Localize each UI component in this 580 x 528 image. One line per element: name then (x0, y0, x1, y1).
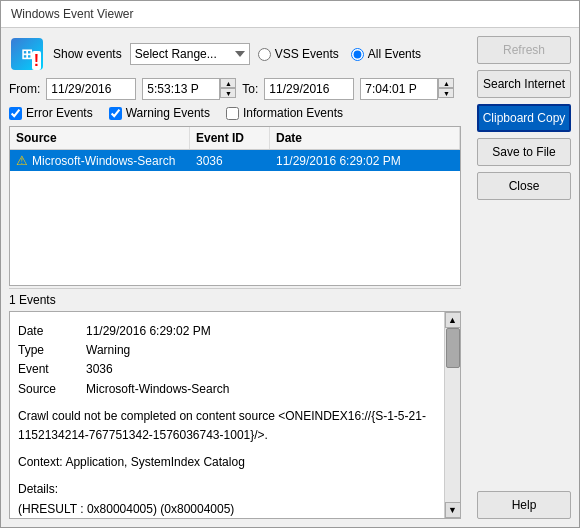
save-to-file-button[interactable]: Save to File (477, 138, 571, 166)
all-events-radio[interactable]: All Events (351, 47, 421, 61)
to-label: To: (242, 82, 258, 96)
detail-scrollbar: ▲ ▼ (444, 312, 460, 518)
warning-events-checkbox[interactable]: Warning Events (109, 106, 210, 120)
checkboxes-row: Error Events Warning Events Information … (9, 106, 461, 120)
detail-type-label: Type (18, 341, 78, 360)
from-label: From: (9, 82, 40, 96)
detail-content: Date 11/29/2016 6:29:02 PM Type Warning … (18, 322, 436, 518)
detail-event-row: Event 3036 (18, 360, 436, 379)
title-bar: Windows Event Viewer (1, 1, 579, 28)
cell-event-id: 3036 (190, 150, 270, 171)
detail-source-label: Source (18, 380, 78, 399)
event-viewer-icon: ⊞ ! (11, 38, 43, 70)
detail-event-label: Event (18, 360, 78, 379)
detail-date-label: Date (18, 322, 78, 341)
events-count: 1 Events (9, 288, 461, 311)
main-window: Windows Event Viewer ⊞ ! Show events Sel… (0, 0, 580, 528)
detail-panel[interactable]: Date 11/29/2016 6:29:02 PM Type Warning … (10, 316, 444, 518)
search-internet-button[interactable]: Search Internet (477, 70, 571, 98)
detail-details-value: (HRESULT : 0x80004005) (0x80004005) (18, 500, 436, 519)
detail-type-value: Warning (86, 341, 130, 360)
main-panel: ⊞ ! Show events Select Range... VSS Even… (1, 28, 469, 527)
scroll-up-arrow[interactable]: ▲ (445, 312, 461, 328)
detail-source-value: Microsoft-Windows-Search (86, 380, 229, 399)
detail-date-row: Date 11/29/2016 6:29:02 PM (18, 322, 436, 341)
from-time-spinner: ▲ ▼ (142, 78, 236, 100)
detail-details-row: Details: (HRESULT : 0x80004005) (0x80004… (18, 480, 436, 518)
table-header: Source Event ID Date (10, 127, 460, 150)
help-button[interactable]: Help (477, 491, 571, 519)
event-table: Source Event ID Date ⚠ Microsoft-Windows… (9, 126, 461, 286)
detail-type-row: Type Warning (18, 341, 436, 360)
detail-message: Crawl could not be completed on content … (18, 407, 436, 445)
warning-icon: ⚠ (16, 153, 28, 168)
error-events-checkbox[interactable]: Error Events (9, 106, 93, 120)
information-events-checkbox[interactable]: Information Events (226, 106, 343, 120)
scroll-down-arrow[interactable]: ▼ (445, 502, 461, 518)
detail-source-row: Source Microsoft-Windows-Search (18, 380, 436, 399)
refresh-button[interactable]: Refresh (477, 36, 571, 64)
select-range-dropdown[interactable]: Select Range... (130, 43, 250, 65)
window-title: Windows Event Viewer (11, 7, 134, 21)
from-time-down[interactable]: ▼ (220, 88, 236, 98)
vss-events-radio[interactable]: VSS Events (258, 47, 339, 61)
from-date-input[interactable] (46, 78, 136, 100)
scroll-track[interactable] (445, 328, 460, 502)
col-date: Date (270, 127, 460, 149)
cell-date: 11/29/2016 6:29:02 PM (270, 150, 460, 171)
detail-details-label: Details: (18, 480, 436, 499)
from-to-row: From: ▲ ▼ To: ▲ ▼ (9, 78, 461, 100)
detail-context-value: Application, SystemIndex Catalog (65, 455, 244, 469)
to-time-input[interactable] (360, 78, 438, 100)
cell-source: ⚠ Microsoft-Windows-Search (10, 150, 190, 171)
close-button[interactable]: Close (477, 172, 571, 200)
to-time-up[interactable]: ▲ (438, 78, 454, 88)
detail-date-value: 11/29/2016 6:29:02 PM (86, 322, 211, 341)
radio-group: VSS Events All Events (258, 47, 421, 61)
show-events-row: ⊞ ! Show events Select Range... VSS Even… (9, 36, 461, 72)
detail-context-label: Context: (18, 455, 63, 469)
detail-event-value: 3036 (86, 360, 113, 379)
to-time-spinner: ▲ ▼ (360, 78, 454, 100)
exclaim-icon: ! (32, 51, 41, 70)
from-time-input[interactable] (142, 78, 220, 100)
to-time-down[interactable]: ▼ (438, 88, 454, 98)
from-time-up[interactable]: ▲ (220, 78, 236, 88)
detail-context-row: Context: Application, SystemIndex Catalo… (18, 453, 436, 472)
col-source: Source (10, 127, 190, 149)
clipboard-copy-button[interactable]: Clipboard Copy (477, 104, 571, 132)
to-date-input[interactable] (264, 78, 354, 100)
detail-area: Date 11/29/2016 6:29:02 PM Type Warning … (9, 311, 461, 519)
app-icon: ⊞ ! (9, 36, 45, 72)
show-events-label: Show events (53, 47, 122, 61)
scroll-thumb[interactable] (446, 328, 460, 368)
col-event-id: Event ID (190, 127, 270, 149)
table-row[interactable]: ⚠ Microsoft-Windows-Search 3036 11/29/20… (10, 150, 460, 171)
side-panel: Refresh Search Internet Clipboard Copy S… (469, 28, 579, 527)
